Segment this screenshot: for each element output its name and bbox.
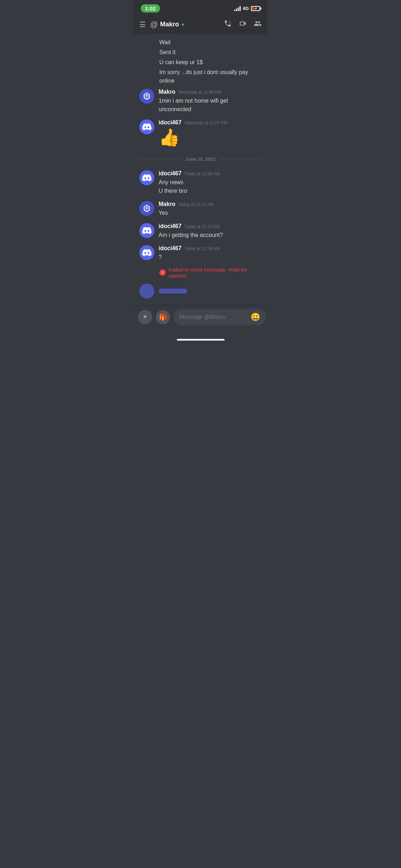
list-item: Sent it bbox=[134, 47, 267, 57]
timestamp: Today at 12:09 AM bbox=[184, 171, 220, 176]
header-actions bbox=[224, 20, 262, 29]
chat-area: Wait Sent it U can keep ur 1$ Im sorry .… bbox=[134, 34, 267, 305]
message-header: idoci467 Yesterday at 11:07 PM bbox=[159, 119, 262, 126]
call-icon[interactable] bbox=[224, 20, 232, 29]
header: ☰ @ Makro bbox=[134, 15, 267, 34]
status-icons: 4G ⚡ bbox=[234, 6, 260, 11]
message-content: idoci467 Today at 12:09 AM Any news U th… bbox=[159, 170, 262, 195]
message-header: idoci467 Today at 12:13 AM bbox=[159, 223, 262, 229]
username: Makro bbox=[159, 201, 175, 207]
signal-bars-icon bbox=[234, 6, 241, 11]
video-icon[interactable] bbox=[239, 20, 247, 29]
date-divider: June 15, 2022 bbox=[134, 151, 267, 167]
list-item: Makro Yesterday at 11:06 PM 1min i am no… bbox=[134, 86, 267, 117]
channel-info: @ Makro bbox=[150, 20, 220, 29]
message-content: Makro Today at 12:13 AM Yes bbox=[159, 201, 262, 217]
timestamp: Yesterday at 11:07 PM bbox=[184, 120, 227, 125]
error-icon: ! bbox=[159, 269, 166, 276]
message-header: Makro Today at 12:13 AM bbox=[159, 201, 262, 207]
gift-button[interactable]: 🎁 bbox=[156, 310, 170, 324]
message-header: idoci467 Today at 12:09 AM bbox=[159, 170, 262, 177]
avatar bbox=[139, 119, 154, 134]
message-text: ? bbox=[159, 253, 262, 262]
username: idoci467 bbox=[159, 245, 181, 252]
message-text: Any news bbox=[159, 178, 262, 187]
at-symbol-icon: @ bbox=[150, 20, 158, 29]
failed-message-text: Failed to send message. Hold for options… bbox=[169, 267, 262, 279]
message-content: idoci467 Today at 12:58 AM ? bbox=[159, 245, 262, 262]
list-item: Makro Today at 12:13 AM Yes bbox=[134, 198, 267, 220]
input-area: + 🎁 😀 bbox=[134, 305, 267, 336]
network-type: 4G bbox=[243, 6, 249, 11]
username: idoci467 bbox=[159, 170, 181, 177]
list-item bbox=[134, 281, 267, 301]
timestamp: Today at 12:13 AM bbox=[178, 202, 214, 207]
gift-icon: 🎁 bbox=[159, 313, 167, 321]
members-icon[interactable] bbox=[254, 20, 262, 29]
status-bar: 1:02 4G ⚡ bbox=[134, 0, 267, 15]
list-item: Im sorry ...its just i dont usually pay … bbox=[134, 67, 267, 86]
channel-name: Makro bbox=[160, 21, 179, 28]
list-item: idoci467 Today at 12:09 AM Any news U th… bbox=[134, 167, 267, 198]
partial-content bbox=[159, 289, 187, 294]
timestamp: Today at 12:58 AM bbox=[184, 246, 220, 251]
message-content: idoci467 Yesterday at 11:07 PM 👍 bbox=[159, 119, 262, 148]
message-text: Sent it bbox=[159, 49, 175, 55]
message-input[interactable] bbox=[179, 314, 251, 320]
avatar bbox=[139, 223, 154, 238]
message-text: Am i getting the account? bbox=[159, 231, 262, 239]
username: idoci467 bbox=[159, 119, 181, 126]
message-content: idoci467 Today at 12:13 AM Am i getting … bbox=[159, 223, 262, 239]
message-text: U there bro bbox=[159, 187, 262, 195]
avatar bbox=[139, 170, 154, 185]
timestamp: Today at 12:13 AM bbox=[184, 224, 220, 229]
message-text: 👍 bbox=[159, 127, 262, 148]
hamburger-menu-icon[interactable]: ☰ bbox=[139, 20, 146, 29]
message-content: Makro Yesterday at 11:06 PM 1min i am no… bbox=[159, 89, 262, 114]
message-text: U can keep ur 1$ bbox=[159, 59, 203, 65]
message-text: Im sorry ...its just i dont usually pay … bbox=[159, 69, 248, 84]
message-header: Makro Yesterday at 11:06 PM bbox=[159, 89, 262, 95]
username: Makro bbox=[159, 89, 175, 95]
message-header: idoci467 Today at 12:58 AM bbox=[159, 245, 262, 252]
failed-message-notice[interactable]: ! Failed to send message. Hold for optio… bbox=[134, 264, 267, 281]
battery-bolt-icon: ⚡ bbox=[254, 7, 258, 10]
plus-icon: + bbox=[143, 313, 147, 321]
online-status-dot bbox=[181, 23, 185, 26]
add-button[interactable]: + bbox=[138, 310, 152, 324]
list-item: idoci467 Today at 12:58 AM ? bbox=[134, 242, 267, 264]
message-input-wrap: 😀 bbox=[174, 309, 266, 325]
message-text: Wait bbox=[159, 39, 170, 45]
avatar bbox=[139, 245, 154, 260]
avatar bbox=[139, 89, 154, 104]
avatar bbox=[139, 284, 154, 299]
list-item: Wait bbox=[134, 37, 267, 47]
date-label: June 15, 2022 bbox=[185, 156, 216, 162]
list-item: idoci467 Yesterday at 11:07 PM 👍 bbox=[134, 117, 267, 151]
home-indicator bbox=[177, 339, 225, 341]
emoji-button[interactable]: 😀 bbox=[251, 312, 260, 322]
username: idoci467 bbox=[159, 223, 181, 229]
message-text: Yes bbox=[159, 209, 262, 217]
battery-icon: ⚡ bbox=[251, 6, 260, 11]
avatar bbox=[139, 201, 154, 216]
message-text: 1min i am not home wifi get unconnected bbox=[159, 97, 262, 114]
status-time: 1:02 bbox=[141, 4, 160, 12]
timestamp: Yesterday at 11:06 PM bbox=[178, 90, 221, 95]
list-item: idoci467 Today at 12:13 AM Am i getting … bbox=[134, 220, 267, 242]
list-item: U can keep ur 1$ bbox=[134, 57, 267, 67]
